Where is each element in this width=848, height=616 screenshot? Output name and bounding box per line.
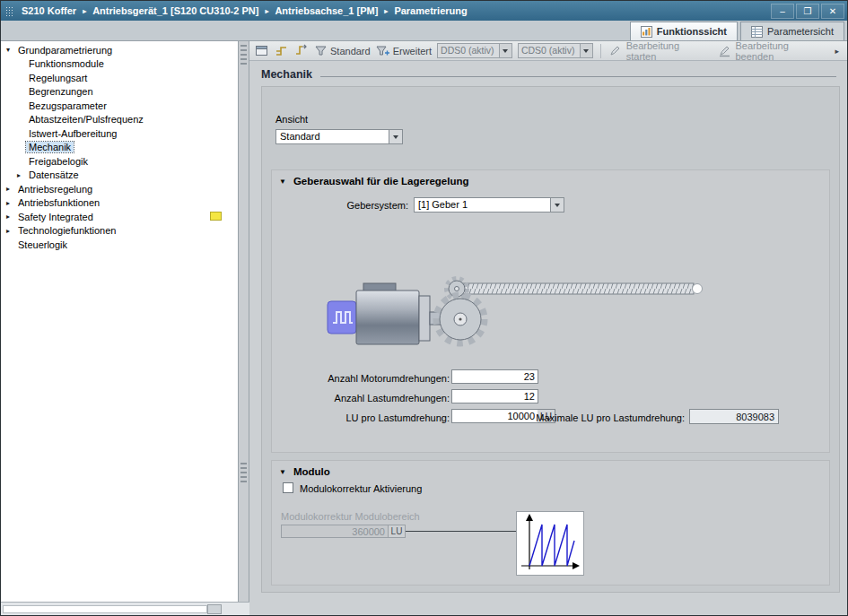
restore-button[interactable]: ❐ — [796, 4, 819, 19]
mechanik-panel: Ansicht Standard ▼ Geberauswahl für die … — [261, 86, 840, 593]
erweitert-filter-icon — [376, 44, 390, 58]
chevron-down-icon[interactable] — [550, 198, 564, 212]
function-tree-sidebar: ▾ Grundparametrierung Funktionsmodule Re… — [1, 41, 239, 602]
modulobereich-label: Modulokorrektur Modulobereich — [281, 511, 420, 522]
sidebar-item-freigabelogik[interactable]: Freigabelogik — [1, 154, 238, 169]
ansicht-dropdown[interactable]: Standard — [275, 129, 403, 144]
sidebar-item-begrenzungen[interactable]: Begrenzungen — [1, 85, 238, 100]
breadcrumb-separator-icon: ▸ — [384, 6, 388, 14]
tree-collapsed-icon[interactable]: ▸ — [6, 227, 15, 235]
dds-dropdown[interactable]: DDS0 (aktiv) — [437, 43, 512, 58]
lastumdrehungen-input[interactable] — [451, 389, 538, 403]
breadcrumb: S210 Koffer ▸ Antriebsgerät_1 [S120 CU31… — [22, 5, 468, 16]
bearbeitung-beenden-button[interactable]: Bearbeitung beenden — [718, 40, 830, 62]
sidebar-splitter[interactable] — [239, 41, 249, 602]
toolbar-separator — [600, 44, 601, 58]
sidebar-item-abtastzeiten[interactable]: Abtastzeiten/Pulsfrequenz — [1, 113, 238, 127]
modulo-connector-line — [406, 531, 516, 532]
erweitert-view-button[interactable]: Erweitert — [376, 44, 432, 58]
gebersystem-dropdown[interactable]: [1] Geber 1 — [414, 197, 564, 213]
breadcrumb-project[interactable]: S210 Koffer — [22, 5, 76, 16]
scrollbar-track[interactable] — [3, 605, 207, 613]
function-view-content: Mechanik Ansicht Standard ▼ Geberauswahl… — [249, 61, 847, 615]
geberauswahl-section: ▼ Geberauswahl für die Lageregelung Gebe… — [271, 169, 830, 453]
window-view-icon[interactable] — [254, 44, 268, 58]
geberauswahl-section-header[interactable]: ▼ Geberauswahl für die Lageregelung — [279, 176, 468, 187]
cds-dropdown[interactable]: CDS0 (aktiv) — [518, 43, 593, 58]
sidebar-item-regelungsart[interactable]: Regelungsart — [1, 71, 238, 85]
section-collapse-icon[interactable]: ▼ — [279, 468, 286, 476]
tab-funktionssicht[interactable]: Funktionssicht — [630, 22, 738, 40]
page-heading: Mechanik — [261, 68, 836, 81]
encoder-icon — [328, 301, 356, 334]
max-lu-label: Maximale LU pro Lastumdrehung: — [496, 412, 685, 423]
bearbeitung-starten-button[interactable]: Bearbeitung starten — [608, 40, 712, 62]
sidebar-item-antriebsregelung[interactable]: ▸ Antriebsregelung — [1, 182, 238, 196]
app-window: S210 Koffer ▸ Antriebsgerät_1 [S120 CU31… — [0, 0, 848, 616]
close-button[interactable]: ✕ — [821, 4, 844, 19]
tree-expanded-icon[interactable]: ▾ — [6, 46, 15, 54]
page-title: Mechanik — [261, 68, 312, 81]
signal-interconnect-icon[interactable] — [274, 44, 288, 58]
chevron-down-icon[interactable] — [499, 44, 511, 57]
motor-body — [356, 283, 444, 344]
titlebar: S210 Koffer ▸ Antriebsgerät_1 [S120 CU31… — [1, 1, 847, 21]
edit-pencil-icon — [608, 44, 623, 58]
modulobereich-unit-label: LU — [388, 525, 406, 538]
tree-collapsed-icon[interactable]: ▸ — [6, 185, 15, 193]
tree-collapsed-icon[interactable]: ▸ — [17, 171, 26, 179]
mechanik-drivetrain-graphic — [324, 267, 712, 355]
sidebar-item-technologiefunktionen[interactable]: ▸ Technologiefunktionen — [1, 224, 238, 239]
modulo-sawtooth-graphic — [516, 511, 584, 576]
tab-parametersicht[interactable]: Parametersicht — [740, 22, 844, 40]
splitter-grip-icon[interactable] — [240, 463, 247, 484]
gebersystem-label: Gebersystem: — [272, 200, 408, 211]
chevron-down-icon[interactable] — [580, 44, 592, 57]
modulokorrektur-checkbox-label: Modulokorrektur Aktivierung — [300, 483, 422, 494]
modulokorrektur-checkbox[interactable] — [283, 482, 293, 493]
edit-pencil-off-icon — [718, 44, 732, 58]
lastumdrehungen-label: Anzahl Lastumdrehungen: — [274, 393, 450, 403]
section-collapse-icon[interactable]: ▼ — [279, 178, 286, 186]
signal-interconnect-arrow-icon[interactable] — [293, 44, 308, 58]
spindle-screw — [459, 283, 703, 294]
sidebar-item-bezugsparameter[interactable]: Bezugsparameter — [1, 99, 238, 113]
chevron-down-icon[interactable] — [389, 130, 402, 143]
sidebar-item-datensaetze[interactable]: ▸ Datensätze — [1, 169, 238, 183]
modulobereich-input[interactable]: 360000 — [281, 525, 389, 538]
breadcrumb-axis[interactable]: Antriebsachse_1 [PM] — [275, 5, 378, 16]
modulo-section-header[interactable]: ▼ Modulo — [279, 466, 330, 477]
tab-funktionssicht-label: Funktionssicht — [657, 26, 727, 37]
sidebar-horizontal-scrollbar[interactable] — [1, 602, 249, 615]
safety-status-badge — [210, 212, 222, 221]
sidebar-item-steuerlogik[interactable]: Steuerlogik — [1, 238, 238, 252]
tree-collapsed-icon[interactable]: ▸ — [6, 213, 15, 221]
parametersicht-icon — [751, 26, 763, 38]
sidebar-item-mechanik[interactable]: Mechanik — [1, 141, 238, 155]
scrollbar-thumb[interactable] — [207, 604, 222, 614]
breadcrumb-parametrierung[interactable]: Parametrierung — [394, 5, 467, 16]
tree-collapsed-icon[interactable]: ▸ — [6, 199, 15, 207]
sidebar-item-antriebsfunktionen[interactable]: ▸ Antriebsfunktionen — [1, 196, 238, 211]
view-tab-bar: Funktionssicht Parametersicht — [1, 21, 847, 41]
sidebar-item-safety-integrated[interactable]: ▸ Safety Integrated — [1, 210, 238, 224]
sidebar-item-funktionsmodule[interactable]: Funktionsmodule — [1, 57, 238, 72]
window-grip-icon — [5, 6, 13, 16]
sidebar-item-istwert-aufbereitung[interactable]: Istwert-Aufbereitung — [1, 126, 238, 141]
heading-rule — [320, 76, 836, 77]
ansicht-label: Ansicht — [275, 114, 308, 125]
sidebar-item-grundparametrierung[interactable]: ▾ Grundparametrierung — [1, 43, 238, 57]
tab-parametersicht-label: Parametersicht — [767, 26, 834, 37]
standard-view-button[interactable]: Standard — [313, 44, 371, 58]
modulo-section: ▼ Modulo Modulokorrektur Aktivierung Mod… — [271, 460, 830, 586]
max-lu-value-field: 8039083 — [689, 409, 779, 424]
breadcrumb-separator-icon: ▸ — [83, 6, 86, 14]
splitter-grip-icon[interactable] — [240, 45, 247, 66]
motorumdrehungen-label: Anzahl Motorumdrehungen: — [274, 373, 450, 384]
standard-filter-icon — [313, 44, 328, 58]
breadcrumb-device[interactable]: Antriebsgerät_1 [S120 CU310-2 PN] — [92, 5, 258, 16]
motorumdrehungen-input[interactable] — [451, 369, 538, 384]
minimize-button[interactable]: – — [771, 4, 794, 19]
toolbar-overflow-icon[interactable]: ▸ — [835, 47, 843, 56]
editor-toolbar: Standard Erweitert DDS0 (aktiv) CDS0 (ak… — [249, 41, 847, 61]
